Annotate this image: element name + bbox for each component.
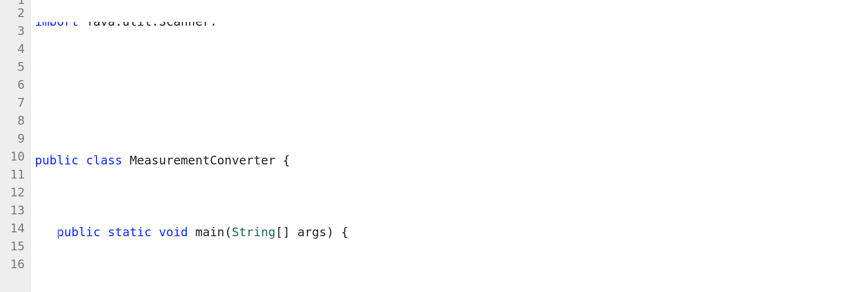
- line-number: 5: [4, 58, 25, 76]
- line-number: 8: [4, 112, 25, 130]
- line-number: 2: [4, 4, 25, 22]
- line-number: 14: [4, 219, 25, 237]
- line-number: 15: [4, 237, 25, 255]
- line-number: 11: [4, 165, 25, 183]
- line-number: 13: [4, 201, 25, 219]
- line-number-gutter: 1 2 3 4 5 6 7 8 9 10 11 12 13 14 15 16 1…: [0, 0, 31, 292]
- code-line[interactable]: [35, 80, 868, 97]
- line-number: 7: [4, 94, 25, 112]
- line-number: 10: [4, 147, 25, 165]
- line-number: 3: [4, 22, 25, 40]
- line-number: 17: [4, 273, 25, 276]
- line-number: 16: [4, 255, 25, 273]
- code-line[interactable]: import java.util.Scanner;: [35, 22, 868, 26]
- line-number: 1: [4, 0, 25, 4]
- line-number: 9: [4, 130, 25, 147]
- code-editor[interactable]: 1 2 3 4 5 6 7 8 9 10 11 12 13 14 15 16 1…: [0, 0, 868, 292]
- code-line[interactable]: public class MeasurementConverter {: [35, 151, 868, 169]
- line-number: 6: [4, 76, 25, 94]
- line-number: 4: [4, 40, 25, 58]
- code-line[interactable]: public static void main(String[] args) {: [35, 223, 868, 241]
- code-area[interactable]: import java.util.Scanner; public class M…: [31, 0, 868, 292]
- line-number: 12: [4, 183, 25, 201]
